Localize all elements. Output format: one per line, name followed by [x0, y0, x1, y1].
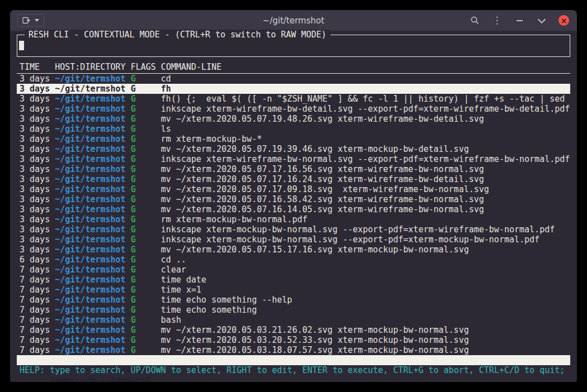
history-directory: ~/git/termshot [55, 104, 130, 114]
history-row[interactable]: 7 days~/git/termshotGclear [17, 265, 570, 275]
history-time: 7 days [20, 335, 55, 345]
history-directory: ~/git/termshot [55, 214, 130, 224]
history-command: inkscape xterm-mockup-bw-normal.svg --ex… [161, 235, 539, 245]
history-row[interactable]: 3 days~/git/termshotGmv ~/xterm.2020.05.… [17, 114, 570, 124]
history-directory: ~/git/termshot [55, 245, 130, 255]
history-directory: ~/git/termshot [55, 174, 130, 184]
history-command: mv ~/xterm.2020.05.07.15.17.16.svg xterm… [161, 245, 469, 255]
history-command: mv ~/xterm.2020.05.03.21.26.02.svg xterm… [161, 325, 469, 335]
history-command: mv ~/xterm.2020.05.07.16.58.42.svg xterm… [161, 194, 484, 204]
history-flags: G [131, 255, 161, 265]
history-row-selected[interactable]: 3 days~/git/termshotGfh [17, 84, 570, 94]
history-command: mv ~/xterm.2020.05.03.18.07.57.svg xterm… [161, 345, 469, 355]
history-directory: ~/git/termshot [55, 224, 130, 235]
restore-button[interactable] [536, 15, 547, 27]
history-row[interactable]: 3 days~/git/termshotGinkscape xterm-mock… [17, 235, 570, 245]
history-command: rm xterm-mockup-bw-normal.pdf [161, 214, 307, 224]
titlebar-left-group [17, 14, 44, 27]
history-row[interactable]: 3 days~/git/termshotGmv ~/xterm.2020.05.… [17, 184, 570, 194]
history-row[interactable]: 3 days~/git/termshotGmv ~/xterm.2020.05.… [17, 204, 570, 214]
history-directory: ~/git/termshot [55, 184, 130, 194]
history-flags: G [131, 104, 161, 114]
history-row[interactable]: 7 days~/git/termshotGbash [17, 315, 570, 325]
history-time: 7 days [20, 325, 55, 335]
history-flags: G [131, 275, 161, 285]
history-row[interactable]: 3 days~/git/termshotGmv ~/xterm.2020.05.… [17, 144, 570, 154]
history-time: 3 days [20, 224, 55, 235]
history-command: time echo something --help [161, 295, 292, 305]
history-row[interactable]: 3 days~/git/termshotGmv ~/xterm.2020.05.… [17, 194, 570, 204]
history-row[interactable]: 3 days~/git/termshotGrm xterm-mockup-bw-… [17, 214, 570, 224]
titlebar[interactable]: ~/git/termshot ⋮ × [10, 10, 577, 31]
history-row[interactable]: 7 days~/git/termshotGmv ~/xterm.2020.05.… [17, 345, 570, 355]
history-flags: G [131, 144, 161, 154]
history-time: 3 days [20, 164, 55, 174]
history-row[interactable]: 3 days~/git/termshotGrm xterm-mockup-bw-… [17, 134, 570, 144]
history-time: 3 days [20, 245, 55, 255]
history-row[interactable]: 3 days~/git/termshotGmv ~/xterm.2020.05.… [17, 164, 570, 174]
history-flags: G [131, 315, 161, 325]
history-row[interactable]: 7 days~/git/termshotGtime echo something [17, 305, 570, 315]
history-directory: ~/git/termshot [55, 194, 130, 204]
history-time: 7 days [20, 315, 55, 325]
minimize-icon [517, 20, 523, 21]
history-command: inkscape xterm-wireframe-bw-normal.svg -… [161, 154, 570, 164]
history-time: 3 days [20, 94, 55, 104]
history-time: 7 days [20, 285, 55, 295]
search-button[interactable] [469, 15, 480, 27]
history-command: cd [161, 74, 171, 84]
history-row[interactable]: 3 days~/git/termshotGinkscape xterm-mock… [17, 224, 570, 235]
history-flags: G [131, 305, 161, 315]
history-flags: G [131, 124, 161, 134]
history-flags: G [131, 325, 161, 335]
history-row[interactable]: 3 days~/git/termshotGfh() {; eval $( ([ … [17, 94, 570, 104]
history-row[interactable]: 3 days~/git/termshotGinkscape xterm-wire… [17, 104, 570, 114]
history-row[interactable]: 7 days~/git/termshotGtime x=1 [17, 285, 570, 295]
history-flags: G [131, 245, 161, 255]
history-flags: G [131, 204, 161, 214]
history-time: 3 days [20, 194, 55, 204]
terminal[interactable]: RESH CLI - CONTEXTUAL MODE - (CTRL+R to … [10, 35, 577, 382]
menu-button[interactable]: ⋮ [491, 15, 503, 27]
history-directory: ~/git/termshot [55, 204, 130, 214]
history-command: mv ~/xterm.2020.05.03.20.52.33.svg xterm… [161, 335, 469, 345]
history-command: mv ~/xterm.2020.05.07.17.16.56.svg xterm… [161, 164, 484, 174]
history-row[interactable]: 7 days~/git/termshotGmv ~/xterm.2020.05.… [17, 325, 570, 335]
history-command: cd .. [161, 255, 186, 265]
history-time: 3 days [20, 104, 55, 114]
history-time: 3 days [20, 174, 55, 184]
history-directory: ~/git/termshot [55, 94, 130, 104]
history-row[interactable]: 7 days~/git/termshotGtime echo something… [17, 295, 570, 305]
history-flags: G [131, 285, 161, 295]
search-input[interactable]: RESH CLI - CONTEXTUAL MODE - (CTRL+R to … [17, 35, 570, 57]
history-directory: ~/git/termshot [55, 275, 130, 285]
history-flags: G [131, 174, 161, 184]
history-command: fh() {; eval $( ([ -n "$ZSH_NAME" ] && f… [161, 94, 570, 104]
history-directory: ~/git/termshot [55, 124, 130, 134]
close-button[interactable]: × [558, 15, 569, 26]
history-time: 3 days [20, 124, 55, 134]
history-row[interactable]: 3 days~/git/termshotGmv ~/xterm.2020.05.… [17, 174, 570, 184]
history-row[interactable]: 7 days~/git/termshotGtime date [17, 275, 570, 285]
new-tab-button[interactable] [17, 14, 44, 27]
history-directory: ~/git/termshot [55, 335, 130, 345]
history-directory: ~/git/termshot [55, 305, 130, 315]
menu-icon: ⋮ [493, 16, 502, 25]
history-command: mv ~/xterm.2020.05.07.19.39.46.svg xterm… [161, 144, 469, 154]
history-directory: ~/git/termshot [55, 164, 130, 174]
history-row[interactable]: 7 days~/git/termshotGmv ~/xterm.2020.05.… [17, 335, 570, 345]
history-time: 7 days [20, 305, 55, 315]
close-icon: × [561, 17, 567, 25]
history-row[interactable]: 3 days~/git/termshotGmv ~/xterm.2020.05.… [17, 245, 570, 255]
terminal-window: ~/git/termshot ⋮ × RESH CL [10, 10, 577, 382]
history-row[interactable]: 3 days~/git/termshotGinkscape xterm-wire… [17, 154, 570, 164]
history-row[interactable]: 3 days~/git/termshotGls [17, 124, 570, 134]
history-row[interactable]: 3 days~/git/termshotGcd [17, 74, 570, 84]
history-directory: ~/git/termshot [55, 345, 130, 355]
history-row[interactable]: 6 days~/git/termshotGcd .. [17, 255, 570, 265]
status-bar: 2020-05-08 00:34:56 tower:~/git/termshot… [17, 355, 570, 365]
history-time: 3 days [20, 84, 55, 94]
minimize-button[interactable] [514, 15, 525, 27]
history-time: 6 days [20, 255, 55, 265]
history-flags: G [131, 184, 161, 194]
